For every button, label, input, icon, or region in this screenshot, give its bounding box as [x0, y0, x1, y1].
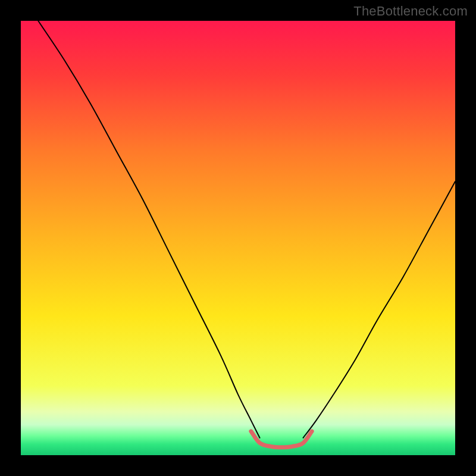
- plot-area: [21, 21, 455, 455]
- chart-frame: TheBottleneck.com: [0, 0, 476, 476]
- curve-left-branch: [38, 21, 259, 438]
- watermark-text: TheBottleneck.com: [353, 4, 468, 19]
- curve-layer: [21, 21, 455, 455]
- curve-valley-highlight: [251, 431, 312, 447]
- curve-right-branch: [303, 181, 456, 438]
